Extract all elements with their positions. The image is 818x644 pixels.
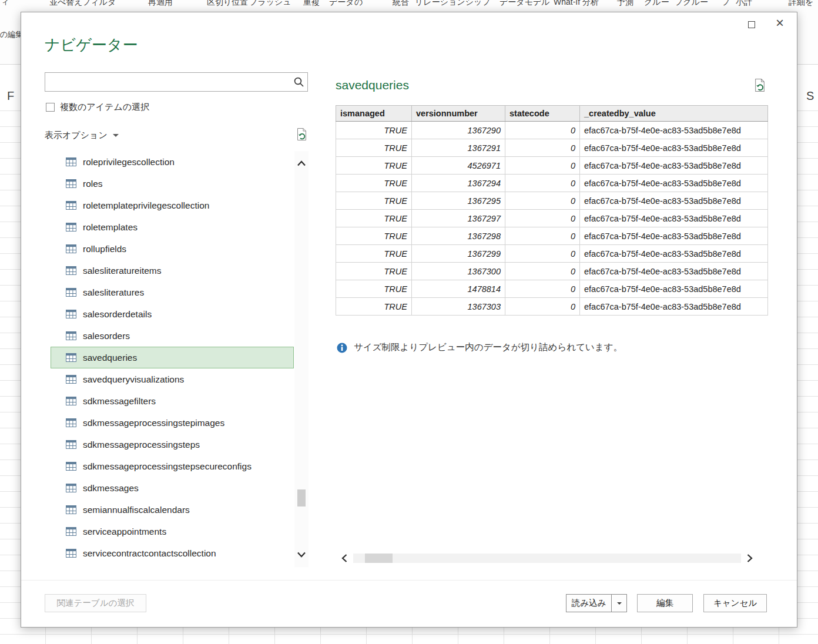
table-list-item[interactable]: roletemplates (51, 216, 294, 238)
ribbon-labels: 並べ替えフィルタ再適用区切り位置フラッシュ重複データの統合リレーションシップデー… (0, 0, 818, 10)
preview-cell: efac67ca-b75f-4e0e-ac83-53ad5b8e7e8d (580, 227, 768, 245)
scroll-up-icon[interactable] (294, 155, 309, 172)
search-box (45, 72, 308, 92)
table-name: roletemplateprivilegescollection (83, 200, 209, 211)
preview-cell: efac67ca-b75f-4e0e-ac83-53ad5b8e7e8d (580, 157, 768, 175)
ribbon-label: 統合 (393, 0, 409, 8)
table-list-item[interactable]: salesorders (51, 325, 294, 347)
table-name: rollupfields (83, 244, 126, 254)
column-header[interactable]: ismanaged (336, 106, 412, 122)
preview-cell: 1478814 (412, 280, 505, 298)
table-icon (66, 418, 76, 427)
table-name: savedqueryvisualizations (83, 374, 184, 385)
chevron-down-icon (617, 602, 622, 605)
table-icon (66, 288, 76, 297)
preview-cell: efac67ca-b75f-4e0e-ac83-53ad5b8e7e8d (580, 192, 768, 210)
column-header[interactable]: statecode (505, 106, 580, 122)
table-list-item[interactable]: serviceappointments (51, 521, 294, 542)
preview-row: TRUE13673030efac67ca-b75f-4e0e-ac83-53ad… (336, 298, 768, 316)
table-name: roletemplates (83, 222, 138, 233)
preview-cell: TRUE (336, 139, 412, 157)
table-list-item[interactable]: sdkmessagefilters (51, 390, 294, 412)
table-name: sdkmessageprocessingstepsecureconfigs (83, 461, 252, 472)
preview-row: TRUE13672910efac67ca-b75f-4e0e-ac83-53ad… (336, 139, 768, 157)
horizontal-scroll-thumb[interactable] (365, 554, 393, 563)
preview-row: TRUE13672990efac67ca-b75f-4e0e-ac83-53ad… (336, 245, 768, 263)
preview-cell: 0 (505, 245, 580, 263)
scroll-left-icon[interactable] (336, 552, 353, 565)
table-list-item[interactable]: salesorderdetails (51, 303, 294, 325)
table-icon (66, 527, 76, 536)
edit-button[interactable]: 編集 (637, 594, 693, 612)
maximize-icon (748, 21, 755, 28)
preview-body: TRUE13672900efac67ca-b75f-4e0e-ac83-53ad… (336, 122, 768, 316)
scroll-down-icon[interactable] (294, 546, 309, 564)
refresh-icon[interactable] (296, 128, 308, 143)
preview-cell: TRUE (336, 280, 412, 298)
table-name: roleprivilegescollection (83, 157, 175, 167)
vertical-scroll-thumb[interactable] (297, 489, 306, 507)
table-icon (66, 223, 76, 232)
ribbon-label: フィルタ (82, 0, 116, 8)
horizontal-scroll-track[interactable] (353, 554, 741, 563)
select-multiple-checkbox[interactable] (46, 103, 55, 112)
display-options-dropdown[interactable]: 表示オプション (45, 130, 108, 141)
column-header[interactable]: versionnumber (412, 106, 505, 122)
table-list-item[interactable]: servicecontractcontactscollection (51, 542, 294, 564)
table-list-item[interactable]: semiannualfiscalcalendars (51, 499, 294, 521)
table-list-item[interactable]: sdkmessageprocessingstepsecureconfigs (51, 455, 294, 477)
ribbon-label: 区切り位置 (207, 0, 248, 8)
cancel-button[interactable]: キャンセル (703, 594, 767, 612)
scroll-right-icon[interactable] (741, 552, 759, 565)
load-button[interactable]: 読み込み (566, 594, 611, 612)
table-list-item[interactable]: salesliteratureitems (51, 260, 294, 281)
horizontal-scrollbar[interactable] (336, 552, 759, 565)
close-button[interactable]: × (772, 15, 787, 31)
table-name: serviceappointments (83, 526, 166, 537)
table-list-item[interactable]: salesliteratures (51, 281, 294, 303)
search-icon[interactable] (291, 77, 307, 88)
ribbon-label: プグルー (675, 0, 708, 8)
table-list-item[interactable]: roleprivilegescollection (51, 151, 294, 173)
vertical-scrollbar[interactable] (294, 151, 309, 567)
preview-cell: efac67ca-b75f-4e0e-ac83-53ad5b8e7e8d (580, 139, 768, 157)
preview-row: TRUE13672980efac67ca-b75f-4e0e-ac83-53ad… (336, 227, 768, 245)
search-input[interactable] (45, 73, 291, 91)
preview-cell: 4526971 (412, 157, 505, 175)
table-list-item[interactable]: sdkmessages (51, 477, 294, 499)
table-list-item[interactable]: savedqueries (51, 347, 294, 368)
table-list-item[interactable]: savedqueryvisualizations (51, 368, 294, 390)
column-header[interactable]: _createdby_value (580, 106, 768, 122)
chevron-down-icon[interactable] (113, 134, 119, 137)
dialog-title: ナビゲーター (45, 35, 138, 55)
ribbon-label: 重複 (303, 0, 320, 8)
table-icon (66, 353, 76, 362)
preview-cell: 0 (505, 263, 580, 280)
preview-cell: TRUE (336, 175, 412, 192)
preview-cell: TRUE (336, 263, 412, 280)
refresh-preview-icon[interactable] (753, 78, 766, 95)
preview-row: TRUE13673000efac67ca-b75f-4e0e-ac83-53ad… (336, 263, 768, 280)
preview-cell: 1367300 (412, 263, 505, 280)
table-list-item[interactable]: sdkmessageprocessingstepimages (51, 412, 294, 434)
table-name: sdkmessageprocessingsteps (83, 440, 200, 450)
table-name: salesliteratureitems (83, 266, 162, 276)
select-related-tables-button[interactable]: 関連テーブルの選択 (45, 594, 146, 612)
table-list-item[interactable]: sdkmessageprocessingsteps (51, 434, 294, 455)
preview-cell: 1367298 (412, 227, 505, 245)
table-list-item[interactable]: roles (51, 173, 294, 194)
load-dropdown-button[interactable] (611, 594, 627, 612)
table-name: salesliteratures (83, 287, 144, 298)
preview-cell: 1367294 (412, 175, 505, 192)
preview-row: TRUE14788140efac67ca-b75f-4e0e-ac83-53ad… (336, 280, 768, 298)
preview-table: ismanagedversionnumberstatecode_createdb… (336, 105, 768, 316)
truncation-notice: サイズ制限よりプレビュー内のデータが切り詰められています。 (337, 341, 622, 354)
preview-cell: 0 (505, 210, 580, 227)
preview-cell: TRUE (336, 157, 412, 175)
preview-cell: efac67ca-b75f-4e0e-ac83-53ad5b8e7e8d (580, 298, 768, 316)
maximize-button[interactable] (745, 18, 758, 31)
preview-cell: efac67ca-b75f-4e0e-ac83-53ad5b8e7e8d (580, 210, 768, 227)
table-list-item[interactable]: roletemplateprivilegescollection (51, 194, 294, 216)
table-name: roles (83, 179, 103, 189)
table-list-item[interactable]: rollupfields (51, 238, 294, 260)
